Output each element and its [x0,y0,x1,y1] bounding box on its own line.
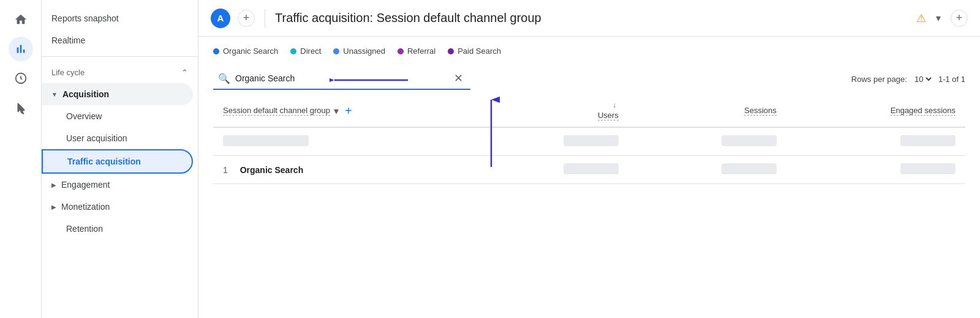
home-icon[interactable] [9,7,33,32]
pagination-controls: Rows per page: 10 25 50 1-1 of 1 [851,74,965,84]
col-header-users: ↓ Users [470,95,628,127]
sort-arrow-icon: ↓ [612,101,616,109]
search-area: 🔍 ✕ [213,68,470,90]
sidebar: Reports snapshot Realtime Life cycle ⌃ ▼… [42,0,198,318]
row-engaged-sessions-cell [786,156,965,184]
row-number: 1 [223,165,228,175]
table-row: 1 Organic Search [213,156,965,184]
avatar: A [211,9,230,28]
legend-dot-direct [290,48,296,54]
blurred-dimension-cell [213,127,470,156]
blurred-users-cell [470,127,628,156]
clear-search-button[interactable]: ✕ [451,72,466,85]
top-bar: A + Traffic acquisition: Session default… [198,0,980,37]
row-sessions-cell [628,156,786,184]
sidebar-item-user-acquisition[interactable]: User acquisition [42,127,198,149]
chart-legend: Organic Search Direct Unassigned Referra… [213,46,965,56]
main-content: A + Traffic acquisition: Session default… [198,0,980,318]
table-wrapper: Session default channel group ▾ + ↓ User… [213,95,965,184]
sidebar-lifecycle-header[interactable]: Life cycle ⌃ [42,62,198,83]
row-users-cell [470,156,628,184]
legend-dot-paid-search [448,48,454,54]
col-header-engaged-sessions: Engaged sessions [786,95,965,127]
blurred-row [213,127,965,156]
dimension-dropdown-button[interactable]: ▾ [331,105,341,117]
add-report-button[interactable]: + [238,10,255,27]
cursor-icon[interactable] [9,95,33,120]
sidebar-item-retention[interactable]: Retention [42,218,198,240]
legend-dot-organic-search [213,48,219,54]
sidebar-item-overview[interactable]: Overview [42,105,198,127]
sidebar-item-monetization[interactable]: ▶ Monetization [42,196,198,218]
add-view-button[interactable]: + [951,10,968,27]
blurred-engaged-cell [786,127,965,156]
sidebar-item-engagement[interactable]: ▶ Engagement [42,174,198,196]
legend-item-direct: Direct [290,46,321,56]
icon-rail [0,0,42,318]
search-input[interactable] [235,73,451,83]
bar-chart-icon[interactable] [9,37,33,61]
warning-icon: ⚠ [916,12,926,25]
rows-per-page-select[interactable]: 10 25 50 [912,74,933,84]
sidebar-item-realtime[interactable]: Realtime [42,29,198,51]
rows-per-page-label: Rows per page: [851,75,907,84]
pagination-info: 1-1 of 1 [938,75,965,84]
title-dropdown-button[interactable]: ▾ [933,10,943,26]
row-dimension-cell: 1 Organic Search [213,156,470,184]
blurred-sessions-cell [628,127,786,156]
search-icon: 🔍 [218,73,230,84]
sidebar-item-acquisition[interactable]: ▼ Acquisition [42,83,193,105]
legend-dot-referral [398,48,404,54]
activity-icon[interactable] [9,66,33,91]
content-area: Organic Search Direct Unassigned Referra… [198,37,980,318]
sidebar-item-reports-snapshot[interactable]: Reports snapshot [42,7,198,29]
col-header-dimension: Session default channel group ▾ + [213,95,470,127]
table-controls: 🔍 ✕ Rows per page: [213,68,965,90]
search-container: 🔍 ✕ [213,68,470,90]
acquisition-chevron: ▼ [51,91,58,98]
legend-item-organic-search: Organic Search [213,46,278,56]
legend-item-referral: Referral [398,46,435,56]
legend-item-paid-search: Paid Search [448,46,501,56]
data-table: Session default channel group ▾ + ↓ User… [213,95,965,184]
add-dimension-button[interactable]: + [342,104,355,118]
page-title: Traffic acquisition: Session default cha… [275,11,909,25]
sidebar-item-traffic-acquisition[interactable]: Traffic acquisition [42,149,193,174]
legend-dot-unassigned [333,48,339,54]
col-header-sessions: Sessions [628,95,786,127]
legend-item-unassigned: Unassigned [333,46,385,56]
top-bar-divider [265,9,265,28]
sidebar-divider [42,56,198,57]
